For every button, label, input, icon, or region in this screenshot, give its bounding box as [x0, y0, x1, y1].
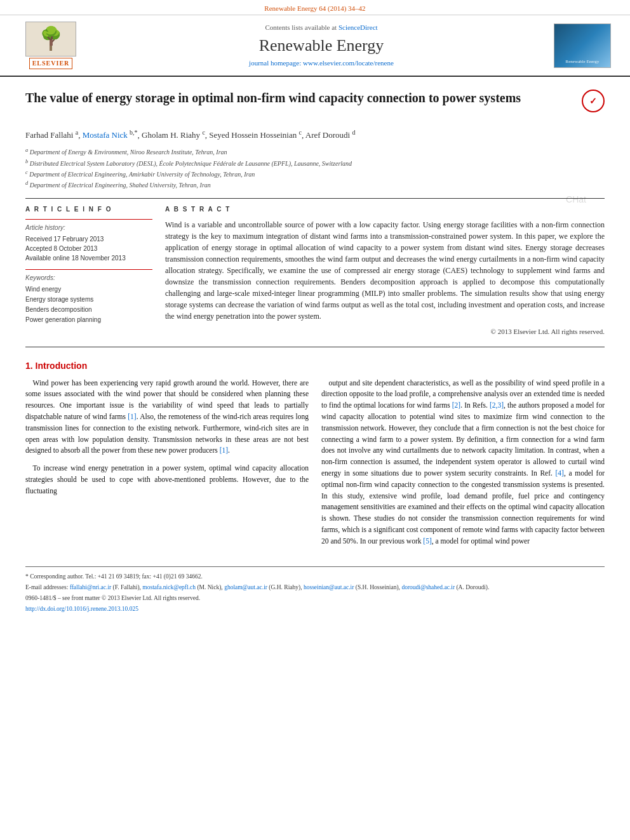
elsevier-label: ELSEVIER — [29, 58, 73, 69]
crossmark-badge[interactable]: ✓ — [582, 90, 605, 112]
article-info-col: A R T I C L E I N F O Article history: R… — [25, 205, 152, 337]
journal-info-center: Contents lists available at ScienceDirec… — [95, 23, 547, 68]
elsevier-logo: ELSEVIER — [13, 22, 89, 69]
divider-1 — [25, 198, 605, 199]
email-gholam[interactable]: gholam@aut.ac.ir — [224, 584, 267, 590]
affil-b: b Distributed Electrical System Laborato… — [25, 158, 605, 168]
email-note: E-mail addresses: ffallahi@nri.ac.ir (F.… — [25, 583, 605, 592]
intro-heading: 1. Introduction — [25, 360, 605, 373]
intro-right-col: output and site dependent characteristic… — [321, 378, 605, 554]
author-nick-link[interactable]: Mostafa Nick — [83, 131, 128, 140]
intro-para-3: output and site dependent characteristic… — [321, 378, 605, 547]
history-subheading: Article history: — [25, 223, 152, 232]
email-nick[interactable]: mostafa.nick@epfl.ch — [142, 584, 196, 590]
copyright-line: © 2013 Elsevier Ltd. All rights reserved… — [165, 327, 605, 337]
keywords-subheading: Keywords: — [25, 274, 152, 283]
affiliations-section: a Department of Energy & Environment, Ni… — [25, 147, 605, 190]
journal-title: Renewable Energy — [95, 34, 547, 57]
keyword-3: Benders decomposition — [25, 305, 152, 315]
ref-1-link[interactable]: [1] — [128, 413, 136, 420]
email-label: E-mail addresses: — [25, 584, 68, 590]
journal-homepage: journal homepage: www.elsevier.com/locat… — [95, 58, 547, 68]
email-ffallahi[interactable]: ffallahi@nri.ac.ir — [70, 584, 112, 590]
abstract-heading: A B S T R A C T — [165, 205, 605, 214]
abstract-col: A B S T R A C T Wind is a variable and u… — [165, 205, 605, 337]
sciencedirect-line: Contents lists available at ScienceDirec… — [95, 23, 547, 32]
banner-text: Renewable Energy 64 (2014) 34–42 — [264, 4, 365, 12]
authors-text: Farhad Fallahi a, Mostafa Nick b,*, Ghol… — [25, 128, 605, 142]
intro-para-1: Wind power has been experiencing very ra… — [25, 378, 309, 457]
affil-a: a Department of Energy & Environment, Ni… — [25, 147, 605, 157]
footnotes-section: * Corresponding author. Tel.: +41 21 69 … — [25, 566, 605, 614]
info-abstract-section: A R T I C L E I N F O Article history: R… — [25, 205, 605, 337]
intro-left-col: Wind power has been experiencing very ra… — [25, 378, 309, 554]
ref-23-link[interactable]: [2,3] — [490, 401, 504, 409]
article-title-section: The value of energy storage in optimal n… — [25, 90, 605, 119]
keyword-4: Power generation planning — [25, 315, 152, 325]
sciencedirect-link[interactable]: ScienceDirect — [338, 23, 378, 31]
ref-4-link[interactable]: [4] — [556, 469, 564, 477]
available-date: Available online 18 November 2013 — [25, 253, 152, 263]
intro-para-2: To increase wind energy penetration in a… — [25, 463, 309, 497]
abstract-text: Wind is a variable and uncontrollable so… — [165, 219, 605, 322]
journal-cover-image — [554, 23, 611, 68]
journal-banner: Renewable Energy 64 (2014) 34–42 — [0, 0, 630, 15]
email-hosseinian[interactable]: hosseinian@aut.ac.ir — [304, 584, 354, 590]
authors-section: Farhad Fallahi a, Mostafa Nick b,*, Ghol… — [25, 128, 605, 142]
publisher-logo-section: ELSEVIER — [13, 22, 89, 69]
issn-note: 0960-1481/$ – see front matter © 2013 El… — [25, 594, 605, 603]
intro-body: Wind power has been experiencing very ra… — [25, 378, 605, 554]
ref-2-link[interactable]: [2] — [452, 401, 460, 409]
keyword-2: Energy storage systems — [25, 295, 152, 305]
keywords-section: Keywords: Wind energy Energy storage sys… — [25, 269, 152, 325]
ref-5-link[interactable]: [5] — [423, 537, 431, 545]
affil-d: d Department of Electrical Engineering, … — [25, 180, 605, 190]
divider-2 — [25, 347, 605, 347]
email-doroudi[interactable]: doroudi@shahed.ac.ir — [401, 584, 455, 590]
journal-header: ELSEVIER Contents lists available at Sci… — [0, 15, 630, 77]
keyword-1: Wind energy — [25, 284, 152, 295]
accepted-date: Accepted 8 October 2013 — [25, 244, 152, 253]
elsevier-tree-icon — [25, 22, 76, 57]
affil-c: c Department of Electrical Engineering, … — [25, 169, 605, 179]
doi-note: http://dx.doi.org/10.1016/j.renene.2013.… — [25, 604, 605, 613]
doi-link[interactable]: http://dx.doi.org/10.1016/j.renene.2013.… — [25, 606, 138, 612]
main-content: The value of energy storage in optimal n… — [0, 77, 630, 628]
article-history: Article history: Received 17 February 20… — [25, 219, 152, 263]
corresponding-author-note: * Corresponding author. Tel.: +41 21 69 … — [25, 572, 605, 581]
received-date: Received 17 February 2013 — [25, 234, 152, 244]
article-title: The value of energy storage in optimal n… — [25, 90, 572, 106]
ref-1b-link[interactable]: [1] — [220, 446, 228, 454]
homepage-link[interactable]: journal homepage: www.elsevier.com/locat… — [249, 59, 394, 67]
article-info-heading: A R T I C L E I N F O — [25, 205, 152, 214]
cover-image-section — [554, 23, 617, 68]
introduction-section: 1. Introduction Wind power has been expe… — [25, 360, 605, 554]
